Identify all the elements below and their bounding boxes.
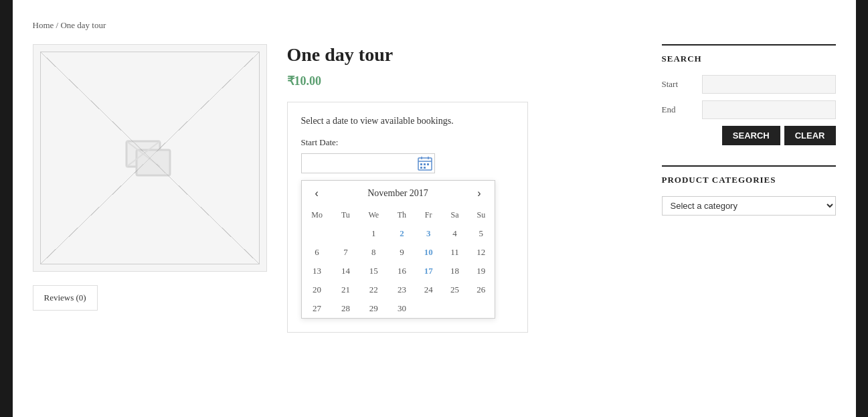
start-date-input[interactable] — [301, 153, 435, 173]
calendar-day-3[interactable]: 3 — [415, 224, 441, 243]
calendar-day-17[interactable]: 17 — [415, 262, 441, 280]
calendar-day-19[interactable]: 19 — [468, 262, 494, 280]
categories-section: PRODUCT CATEGORIES Select a category — [662, 165, 836, 216]
calendar-day-1[interactable]: 1 — [359, 224, 388, 243]
svg-rect-12 — [424, 167, 426, 169]
search-end-input[interactable] — [702, 100, 836, 119]
calendar-day-6[interactable]: 6 — [302, 243, 333, 262]
calendar-empty — [333, 224, 359, 243]
calendar-day-20[interactable]: 20 — [302, 280, 333, 299]
calendar-day-12[interactable]: 12 — [468, 243, 494, 262]
breadcrumb-current: One day tour — [60, 20, 106, 30]
booking-box: Select a date to view available bookings… — [287, 102, 528, 333]
calendar-day-21[interactable]: 21 — [333, 280, 359, 299]
calendar-day-28[interactable]: 28 — [333, 299, 359, 318]
calendar-week-2: 13141516171819 — [302, 262, 495, 280]
calendar-day-24[interactable]: 24 — [415, 280, 441, 299]
calendar-empty — [468, 299, 494, 318]
calendar-day-13[interactable]: 13 — [302, 262, 333, 280]
breadcrumb: Home / One day tour — [33, 20, 836, 31]
calendar-week-1: 6789101112 — [302, 243, 495, 262]
calendar-month-year: November 2017 — [367, 188, 428, 199]
calendar-prev-button[interactable]: ‹ — [310, 186, 324, 201]
calendar-day-25[interactable]: 25 — [442, 280, 468, 299]
calendar-day-15[interactable]: 15 — [359, 262, 388, 280]
calendar-week-0: 12345 — [302, 224, 495, 243]
calendar-day-headers: Mo Tu We Th Fr Sa Su — [302, 206, 495, 224]
calendar-icon — [418, 156, 432, 171]
booking-prompt: Select a date to view available bookings… — [301, 116, 514, 127]
calendar-day-8[interactable]: 8 — [359, 243, 388, 262]
svg-rect-9 — [424, 163, 426, 165]
calendar-dropdown: ‹ November 2017 › Mo Tu We — [301, 180, 495, 319]
search-section-title: SEARCH — [662, 54, 836, 64]
search-end-label: End — [662, 104, 702, 115]
categories-divider — [662, 165, 836, 167]
search-section: SEARCH Start End SEARCH CLEAR — [662, 44, 836, 145]
calendar-day-22[interactable]: 22 — [359, 280, 388, 299]
calendar-day-7[interactable]: 7 — [333, 243, 359, 262]
product-image — [33, 44, 267, 272]
start-date-label: Start Date: — [301, 137, 514, 148]
product-image-col: Reviews (0) — [33, 44, 267, 333]
calendar-icon-button[interactable] — [416, 155, 434, 174]
sidebar: SEARCH Start End SEARCH CLEAR PRODUCT CA… — [662, 44, 836, 333]
calendar-week-3: 20212223242526 — [302, 280, 495, 299]
calendar-day-14[interactable]: 14 — [333, 262, 359, 280]
search-button[interactable]: SEARCH — [722, 126, 780, 145]
breadcrumb-home[interactable]: Home — [33, 20, 54, 30]
image-icon-overlay — [123, 138, 177, 178]
day-header-th: Th — [388, 206, 415, 224]
calendar-empty — [442, 299, 468, 318]
reviews-tab[interactable]: Reviews (0) — [33, 285, 98, 311]
day-header-tu: Tu — [333, 206, 359, 224]
calendar-day-30[interactable]: 30 — [388, 299, 415, 318]
category-select[interactable]: Select a category — [662, 196, 836, 216]
calendar-day-26[interactable]: 26 — [468, 280, 494, 299]
categories-section-title: PRODUCT CATEGORIES — [662, 175, 836, 185]
day-header-we: We — [359, 206, 388, 224]
calendar-day-2[interactable]: 2 — [388, 224, 415, 243]
calendar-day-11[interactable]: 11 — [442, 243, 468, 262]
calendar-day-23[interactable]: 23 — [388, 280, 415, 299]
calendar-grid: Mo Tu We Th Fr Sa Su 1234567891011121314… — [302, 206, 495, 318]
svg-rect-11 — [420, 167, 422, 169]
calendar-day-27[interactable]: 27 — [302, 299, 333, 318]
calendar-header: ‹ November 2017 › — [302, 181, 495, 206]
search-buttons: SEARCH CLEAR — [662, 126, 836, 145]
calendar-day-9[interactable]: 9 — [388, 243, 415, 262]
svg-rect-1 — [137, 150, 170, 175]
day-header-su: Su — [468, 206, 494, 224]
product-title: One day tour — [287, 44, 642, 66]
svg-rect-8 — [420, 163, 422, 165]
calendar-day-18[interactable]: 18 — [442, 262, 468, 280]
search-end-row: End — [662, 100, 836, 119]
search-start-row: Start — [662, 75, 836, 94]
clear-button[interactable]: CLEAR — [784, 126, 836, 145]
calendar-day-4[interactable]: 4 — [442, 224, 468, 243]
calendar-day-16[interactable]: 16 — [388, 262, 415, 280]
product-detail-col: One day tour ₹10.00 Select a date to vie… — [287, 44, 642, 333]
product-price: ₹10.00 — [287, 74, 642, 88]
day-header-mo: Mo — [302, 206, 333, 224]
calendar-day-10[interactable]: 10 — [415, 243, 441, 262]
calendar-empty — [415, 299, 441, 318]
search-start-label: Start — [662, 79, 702, 90]
image-placeholder-icon — [123, 138, 177, 178]
svg-rect-10 — [427, 163, 429, 165]
calendar-day-5[interactable]: 5 — [468, 224, 494, 243]
search-divider — [662, 44, 836, 46]
date-input-wrapper — [301, 153, 435, 173]
search-start-input[interactable] — [702, 75, 836, 94]
day-header-sa: Sa — [442, 206, 468, 224]
calendar-day-29[interactable]: 29 — [359, 299, 388, 318]
calendar-next-button[interactable]: › — [472, 186, 486, 201]
day-header-fr: Fr — [415, 206, 441, 224]
calendar-empty — [302, 224, 333, 243]
calendar-week-4: 27282930 — [302, 299, 495, 318]
